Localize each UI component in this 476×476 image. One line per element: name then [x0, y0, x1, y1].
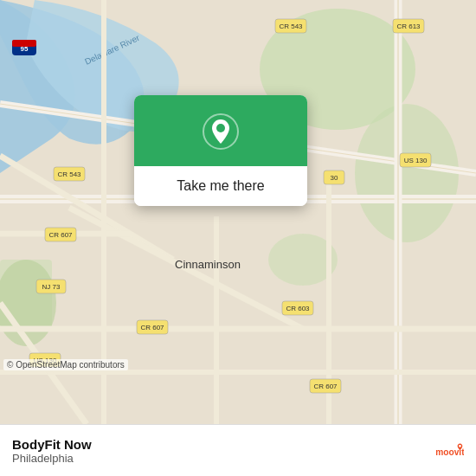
svg-text:30: 30	[331, 174, 338, 182]
svg-text:NJ 73: NJ 73	[42, 283, 61, 291]
app: Delaware River	[0, 0, 476, 476]
map-container: Delaware River	[0, 0, 476, 424]
bottom-bar: BodyFit Now Philadelphia moovit	[0, 424, 476, 476]
moovit-logo: moovit	[434, 436, 464, 466]
location-city: Philadelphia	[12, 452, 426, 465]
svg-point-51	[459, 444, 461, 447]
location-name: BodyFit Now	[12, 437, 426, 452]
take-me-there-button[interactable]: Take me there	[134, 166, 307, 206]
svg-text:CR 603: CR 603	[286, 305, 310, 312]
popup-green-area	[134, 95, 307, 166]
svg-text:CR 607: CR 607	[313, 383, 338, 390]
svg-text:CR 613: CR 613	[396, 23, 421, 30]
svg-text:CR 543: CR 543	[279, 23, 303, 30]
svg-point-49	[216, 124, 225, 132]
location-pin-icon	[202, 113, 240, 151]
svg-text:95: 95	[21, 45, 29, 53]
svg-text:CR 543: CR 543	[57, 170, 81, 178]
svg-text:US 130: US 130	[404, 157, 428, 164]
bottom-bar-text: BodyFit Now Philadelphia	[12, 437, 426, 465]
svg-text:CR 607: CR 607	[140, 324, 164, 331]
map-attribution: © OpenStreetMap contributors	[3, 359, 128, 370]
svg-text:CR 607: CR 607	[48, 231, 73, 239]
moovit-icon: moovit	[434, 436, 464, 466]
map-popup: Take me there	[134, 95, 307, 206]
svg-point-2	[355, 104, 459, 242]
svg-text:Cinnaminson: Cinnaminson	[175, 258, 241, 271]
